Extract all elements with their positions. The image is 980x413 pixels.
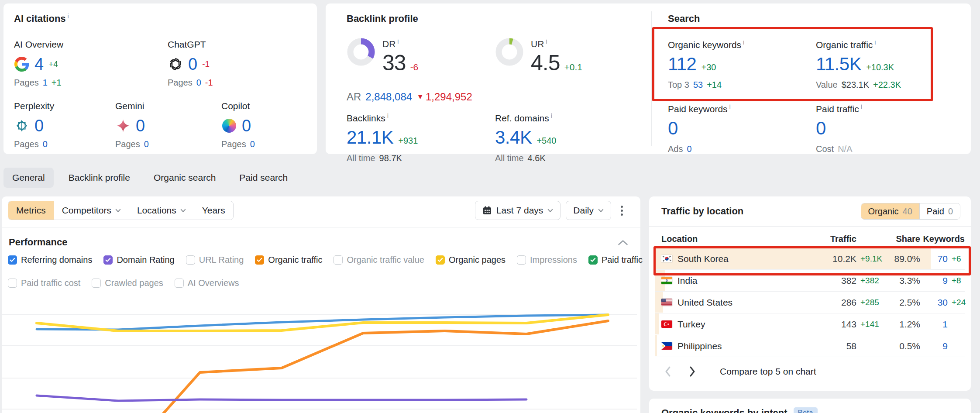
keywords-value[interactable]: 1 — [920, 319, 948, 330]
stat-subline: Ads0 — [668, 144, 808, 154]
keywords-by-intent-title: Organic keywords by intent — [661, 407, 787, 413]
info-icon[interactable]: i — [743, 38, 744, 46]
keywords-value[interactable]: 9 — [920, 275, 948, 286]
performance-title: Performance — [9, 237, 68, 248]
chevron-down-icon — [598, 209, 604, 213]
checkbox-icon — [517, 255, 526, 265]
ai-citations-card: AI citationsi AI Overview 4 +4 Pages1+1 … — [3, 3, 317, 154]
metric-checkbox-row-2: Paid traffic cost Crawled pages AI Overv… — [8, 278, 239, 288]
checkbox-ai-overviews[interactable]: AI Overviews — [175, 278, 239, 288]
granularity-label: Daily — [573, 205, 594, 216]
keywords-value[interactable]: 70 — [920, 254, 948, 264]
stat-value[interactable]: 0 — [668, 118, 678, 139]
table-row[interactable]: India 382 +382 3.3% 9 +8 — [655, 270, 965, 292]
chevron-down-icon — [180, 209, 186, 213]
keywords-value[interactable]: 30 — [920, 297, 948, 308]
checkbox-label: Crawled pages — [105, 278, 163, 288]
tab-general[interactable]: General — [3, 168, 54, 188]
ai-citations-value[interactable]: 0 — [242, 117, 251, 135]
locations-button[interactable]: Locations — [129, 201, 194, 220]
stat-label: Organic traffici — [816, 38, 956, 50]
table-row[interactable]: Philippines 58 0.5% 9 — [655, 335, 965, 357]
toolbar: Metrics Competitors Locations Years Last… — [8, 201, 627, 220]
checkbox-paid-traffic[interactable]: Paid traffic — [588, 255, 643, 265]
info-icon[interactable]: i — [874, 38, 876, 46]
ai-pages-line: Pages0-1 — [168, 78, 317, 88]
tab-paid-search[interactable]: Paid search — [230, 168, 296, 188]
years-button[interactable]: Years — [194, 201, 233, 220]
dr-donut-chart — [347, 38, 375, 66]
ai-citation-item: AI Overview 4 +4 Pages1+1 — [14, 39, 168, 88]
checkbox-domain-rating[interactable]: Domain Rating — [103, 255, 174, 265]
checkbox-icon — [186, 255, 195, 265]
info-icon[interactable]: i — [397, 38, 399, 45]
ai-source-label: Gemini — [115, 101, 221, 111]
info-icon[interactable]: i — [68, 12, 69, 20]
checkbox-organic-traffic-value[interactable]: Organic traffic value — [334, 255, 424, 265]
ai-source-label: Perplexity — [14, 101, 115, 111]
line-chart — [2, 301, 637, 413]
checkbox-paid-traffic-cost[interactable]: Paid traffic cost — [8, 278, 80, 288]
ar-value[interactable]: 2,848,084 — [365, 91, 412, 103]
table-row[interactable]: Turkey 143 +141 1.2% 1 — [655, 313, 965, 335]
checkbox-crawled-pages[interactable]: Crawled pages — [92, 278, 163, 288]
toggle-paid[interactable]: Paid 0 — [919, 203, 960, 219]
collapse-section-button[interactable] — [618, 240, 628, 245]
ai-citations-value[interactable]: 0 — [136, 117, 145, 135]
stat-label: Ref. domainsi — [495, 112, 635, 124]
checkbox-icon — [334, 255, 343, 265]
keywords-value[interactable]: 9 — [920, 341, 948, 351]
stat-value[interactable]: 21.1K — [347, 127, 393, 148]
ai-citations-value[interactable]: 0 — [34, 117, 44, 135]
tab-organic-search[interactable]: Organic search — [145, 168, 224, 188]
traffic-by-location-card: Traffic by location Organic 40 Paid 0 Lo… — [649, 196, 971, 391]
checkbox-impressions[interactable]: Impressions — [517, 255, 577, 265]
tab-label: Backlink profile — [69, 172, 130, 182]
stat-block: Paid traffici 0 CostN/A — [816, 103, 956, 154]
checkbox-referring-domains[interactable]: Referring domains — [8, 255, 92, 265]
prev-page-button[interactable] — [661, 363, 674, 380]
ai-pages-line: Pages0 — [14, 139, 115, 149]
checkbox-label: AI Overviews — [188, 278, 239, 288]
tab-label: Paid search — [239, 172, 288, 182]
ai-citations-value[interactable]: 4 — [34, 55, 44, 74]
ai-pages-line: Pages0 — [221, 139, 317, 149]
stat-value[interactable]: 3.4K — [495, 127, 532, 148]
stat-subline: Top 353+14 — [668, 80, 808, 90]
stat-subline: CostN/A — [816, 144, 956, 154]
ai-citations-row-1: AI Overview 4 +4 Pages1+1 ChatGPT 0 -1 P… — [14, 39, 317, 88]
checkbox-organic-pages[interactable]: Organic pages — [436, 255, 505, 265]
more-options-button[interactable] — [616, 203, 627, 218]
compare-top-5-link[interactable]: Compare top 5 on chart — [720, 366, 816, 377]
date-range-button[interactable]: Last 7 days — [475, 201, 560, 220]
share-value: 89.0% — [880, 254, 920, 264]
location-name: Philippines — [677, 341, 722, 351]
stat-value[interactable]: 11.5K — [816, 54, 861, 75]
checkbox-organic-traffic[interactable]: Organic traffic — [255, 255, 322, 265]
info-icon[interactable]: i — [861, 103, 862, 110]
table-row[interactable]: United States 286 +285 2.5% 30 +24 — [655, 292, 965, 313]
table-row[interactable]: South Korea 10.2K +9.1K 89.0% 70 +6 — [655, 248, 965, 270]
chevron-down-icon — [115, 209, 121, 213]
tab-backlink-profile[interactable]: Backlink profile — [60, 168, 139, 188]
stat-diff: +540 — [536, 136, 556, 146]
checkbox-url-rating[interactable]: URL Rating — [186, 255, 244, 265]
competitors-button[interactable]: Competitors — [54, 201, 129, 220]
info-icon[interactable]: i — [551, 112, 552, 119]
checkbox-icon — [92, 279, 101, 288]
stat-value[interactable]: 112 — [668, 54, 696, 75]
performance-chart[interactable] — [2, 301, 637, 413]
info-icon[interactable]: i — [387, 112, 389, 119]
next-page-button[interactable] — [686, 363, 699, 380]
metrics-button[interactable]: Metrics — [8, 201, 54, 220]
stat-diff: +10.3K — [866, 62, 894, 72]
info-icon[interactable]: i — [729, 103, 731, 110]
granularity-button[interactable]: Daily — [566, 201, 611, 220]
toggle-organic[interactable]: Organic 40 — [861, 203, 919, 219]
stat-value[interactable]: 0 — [816, 118, 826, 139]
info-icon[interactable]: i — [546, 38, 547, 45]
ur-label: URi — [531, 38, 582, 49]
dashboard: AI citationsi AI Overview 4 +4 Pages1+1 … — [0, 0, 980, 413]
ai-pages-line: Pages0 — [115, 139, 221, 149]
ai-citations-value[interactable]: 0 — [188, 55, 197, 74]
